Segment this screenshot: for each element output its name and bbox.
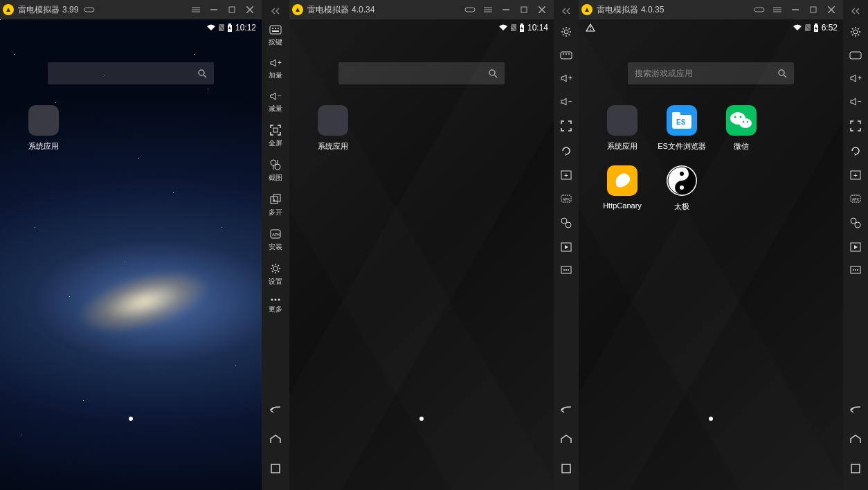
close-icon[interactable] xyxy=(822,3,840,17)
side-rotate[interactable] xyxy=(554,138,579,163)
page-indicator xyxy=(129,417,133,421)
page-indicator xyxy=(419,417,424,421)
maximize-icon[interactable] xyxy=(804,3,822,17)
side-rotate[interactable] xyxy=(843,138,868,163)
side-volup[interactable]: +加量 xyxy=(262,53,289,86)
app-sysapp[interactable]: 系统应用 xyxy=(303,105,363,152)
side-keys[interactable] xyxy=(843,44,868,66)
status-time: 6:52 xyxy=(822,23,838,33)
side-apk[interactable]: APK xyxy=(843,187,868,210)
warning-icon xyxy=(586,24,595,32)
nav-home-icon[interactable] xyxy=(554,425,579,454)
search-icon[interactable] xyxy=(488,69,498,78)
minimize-icon[interactable] xyxy=(205,3,223,17)
svg-rect-35 xyxy=(271,464,280,473)
close-icon[interactable] xyxy=(533,3,551,17)
minimize-icon[interactable] xyxy=(786,3,804,17)
side-keys[interactable] xyxy=(554,44,579,66)
search-bar[interactable] xyxy=(628,62,794,84)
collapse-icon[interactable] xyxy=(262,3,289,19)
close-icon[interactable] xyxy=(241,3,259,17)
app-wechat[interactable]: 微信 xyxy=(712,105,771,152)
search-input[interactable] xyxy=(635,69,777,78)
app-version: 4.0.35 xyxy=(641,5,664,15)
side-voldown[interactable]: − xyxy=(843,90,868,114)
emulator-screen[interactable]: 10:12 系统应用 xyxy=(0,19,262,490)
svg-point-105 xyxy=(851,218,856,224)
menu-icon[interactable] xyxy=(187,3,205,17)
search-bar[interactable] xyxy=(338,62,505,84)
app-label: 系统应用 xyxy=(28,141,59,152)
side-fullscreen[interactable]: 全屏 xyxy=(262,119,289,154)
emulator-screen[interactable]: 10:14 系统应用 xyxy=(289,19,554,490)
minimize-icon[interactable] xyxy=(497,3,515,17)
nav-back-icon[interactable] xyxy=(843,396,868,425)
app-sysapp[interactable]: 系统应用 xyxy=(593,105,652,152)
search-input[interactable] xyxy=(345,69,488,78)
emulator-screen[interactable]: 6:52 系统应用 ES ES文件浏览器 微信 xyxy=(579,19,843,490)
side-settings[interactable]: 设置 xyxy=(262,257,289,292)
app-logo-icon xyxy=(292,4,303,15)
svg-point-96 xyxy=(680,185,684,190)
side-multi[interactable]: +多开 xyxy=(262,188,289,223)
svg-text:APK: APK xyxy=(272,233,280,237)
nav-recent-icon[interactable] xyxy=(843,454,868,483)
side-more[interactable]: 更多 xyxy=(262,292,289,320)
svg-text:−: − xyxy=(568,98,572,105)
side-voldown[interactable]: − xyxy=(554,90,579,114)
app-label: 微信 xyxy=(734,141,749,152)
nav-recent-icon[interactable] xyxy=(554,454,579,483)
nav-recent-icon[interactable] xyxy=(262,454,289,483)
nav-back-icon[interactable] xyxy=(262,396,289,425)
nav-back-icon[interactable] xyxy=(554,396,579,425)
side-addwin[interactable]: + xyxy=(843,163,868,187)
menu-icon[interactable] xyxy=(479,3,497,17)
titlebar: 雷电模拟器 4.0.35 xyxy=(579,0,843,19)
collapse-icon[interactable] xyxy=(843,3,868,19)
battery-icon xyxy=(519,24,525,32)
side-install[interactable]: APK安装 xyxy=(262,223,289,257)
svg-point-110 xyxy=(855,269,856,271)
side-apk[interactable]: APK xyxy=(554,187,579,210)
app-sysapp[interactable]: 系统应用 xyxy=(14,105,73,152)
svg-point-54 xyxy=(568,53,570,55)
nav-home-icon[interactable] xyxy=(843,425,868,454)
side-settings[interactable] xyxy=(554,19,579,44)
maximize-icon[interactable] xyxy=(223,3,241,17)
app-es-explorer[interactable]: ES ES文件浏览器 xyxy=(652,105,712,152)
side-more[interactable] xyxy=(554,259,579,281)
menu-icon[interactable] xyxy=(768,3,786,17)
maximize-icon[interactable] xyxy=(515,3,533,17)
search-input[interactable] xyxy=(55,69,197,78)
search-bar[interactable] xyxy=(48,62,214,84)
gamepad-icon[interactable] xyxy=(750,3,768,17)
side-addwin[interactable]: + xyxy=(554,163,579,187)
app-taiji[interactable]: 太极 xyxy=(652,165,712,212)
search-icon[interactable] xyxy=(197,69,207,78)
side-screenshot[interactable] xyxy=(554,210,579,235)
side-fullscreen[interactable] xyxy=(554,114,579,138)
svg-rect-41 xyxy=(521,7,527,12)
wifi-icon xyxy=(498,24,508,31)
side-fullscreen[interactable] xyxy=(843,114,868,138)
side-play[interactable] xyxy=(554,235,579,259)
side-more[interactable] xyxy=(843,259,868,281)
collapse-icon[interactable] xyxy=(554,3,579,19)
svg-line-84 xyxy=(784,75,786,78)
side-screenshot[interactable]: 截图 xyxy=(262,154,289,188)
side-settings[interactable] xyxy=(843,19,868,44)
side-voldown[interactable]: −减量 xyxy=(262,86,289,119)
search-icon[interactable] xyxy=(777,69,787,78)
svg-rect-74 xyxy=(811,7,816,12)
side-volup[interactable]: + xyxy=(843,66,868,90)
nav-home-icon[interactable] xyxy=(262,425,289,454)
side-volup[interactable]: + xyxy=(554,66,579,90)
sim-icon xyxy=(511,24,516,31)
app-httpcanary[interactable]: HttpCanary xyxy=(593,165,652,212)
side-play[interactable] xyxy=(843,235,868,259)
side-screenshot[interactable] xyxy=(843,210,868,235)
gamepad-icon[interactable] xyxy=(84,6,95,13)
side-keys[interactable]: 按键 xyxy=(262,19,289,53)
svg-point-50 xyxy=(564,30,568,34)
gamepad-icon[interactable] xyxy=(461,3,479,17)
